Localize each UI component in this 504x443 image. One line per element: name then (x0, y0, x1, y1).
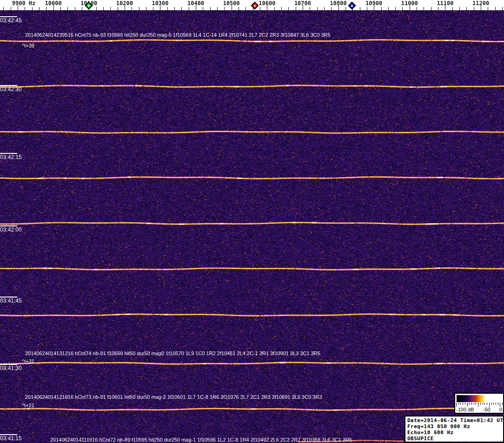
axis-label-11000: 11000 (401, 0, 418, 7)
axis-label-10800: 10800 (330, 0, 347, 7)
time-label-row: 03:42:30 (0, 85, 22, 92)
signal-level-colorbar: -100 dB -50 0 (454, 393, 504, 414)
axis-label-10600: 10600 (259, 0, 275, 7)
info-frequency: Freq=143 050 000 Hz (407, 423, 501, 430)
spectrogram-window: 9900 Hz100001010010200103001040010500106… (0, 0, 504, 443)
time-label: 03:42:30 (0, 86, 22, 92)
detection-record-annotation: 20140624014111916 hCnt72 nb-89 f10595 hi… (50, 437, 352, 443)
time-label: 03:42:00 (0, 227, 22, 232)
axis-label-10000: 10000 (45, 0, 62, 7)
colorbar-labels: -100 dB -50 0 (456, 407, 502, 413)
marker-red-center-dot (253, 5, 255, 7)
axis-label-10400: 10400 (187, 0, 204, 7)
info-date-time: Date=2014-06-24 Time=01:42 UTC (407, 417, 501, 423)
time-label: 03:41:45 (0, 298, 22, 304)
spectrogram-waterfall (0, 10, 504, 443)
time-label: 03:42:45 (0, 18, 22, 23)
time-label-row: 03:41:30 (0, 364, 22, 371)
colorbar-ruler (456, 403, 503, 407)
trigger-time-annotation: ^t+31 (22, 358, 34, 364)
info-echo-frequency: Echo=10 600 Hz (407, 430, 501, 436)
colorbar-min-label: -100 dB (456, 407, 474, 413)
time-label-row: 03:41:45 (0, 297, 22, 304)
time-label: 03:41:30 (0, 365, 22, 371)
axis-label-11200: 11200 (472, 0, 489, 7)
observation-info-box: Date=2014-06-24 Time=01:42 UTC Freq=143 … (405, 416, 504, 443)
axis-label-11100: 11100 (437, 0, 453, 7)
frequency-axis: 9900 Hz100001010010200103001040010500106… (0, 0, 504, 10)
axis-label-10200: 10200 (116, 0, 133, 7)
time-label-row: 03:41:15 (0, 434, 22, 441)
trigger-time-annotation: ^t+39 (22, 43, 34, 48)
marker-blue-center-dot (351, 5, 353, 7)
time-label-row: 03:42:00 (0, 225, 22, 232)
colorbar-gradient (457, 395, 502, 402)
trigger-time-annotation: ^t+21 (22, 403, 34, 408)
detection-record-annotation: 20140624014121816 hCnt73 nb-91 f10601 hi… (25, 394, 322, 400)
colorbar-max-label: 0 (499, 407, 502, 413)
detection-record-annotation: 20140624014131216 hCnt74 nb-91 f10569 hi… (25, 350, 320, 356)
marker-green-center-dot (88, 5, 90, 7)
axis-label-9900: 9900 Hz (12, 0, 36, 7)
time-label-row: 03:42:15 (0, 153, 22, 160)
time-label: 03:42:15 (0, 154, 22, 160)
axis-label-10700: 10700 (294, 0, 311, 7)
axis-label-10500: 10500 (223, 0, 240, 7)
colorbar-mid-label: -50 (483, 407, 491, 413)
detection-record-annotation: 20140624014239516 hCnt75 nb-93 f10569 hi… (25, 32, 331, 38)
axis-label-10300: 10300 (152, 0, 168, 7)
time-label-row: 03:42:45 (0, 16, 22, 23)
info-station-name: OBSUPICE (407, 436, 501, 442)
time-label: 03:41:15 (0, 436, 22, 441)
axis-label-10900: 10900 (365, 0, 382, 7)
